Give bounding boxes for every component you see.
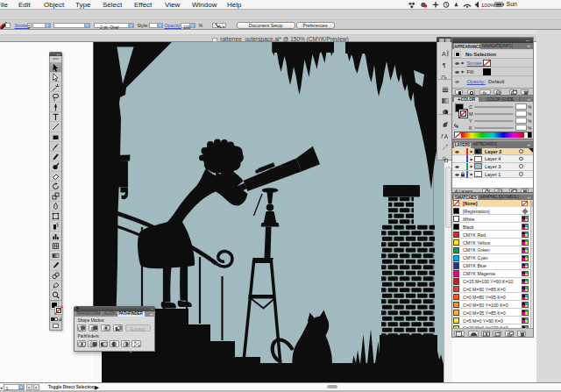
svg-text:100%: 100% xyxy=(481,3,495,8)
